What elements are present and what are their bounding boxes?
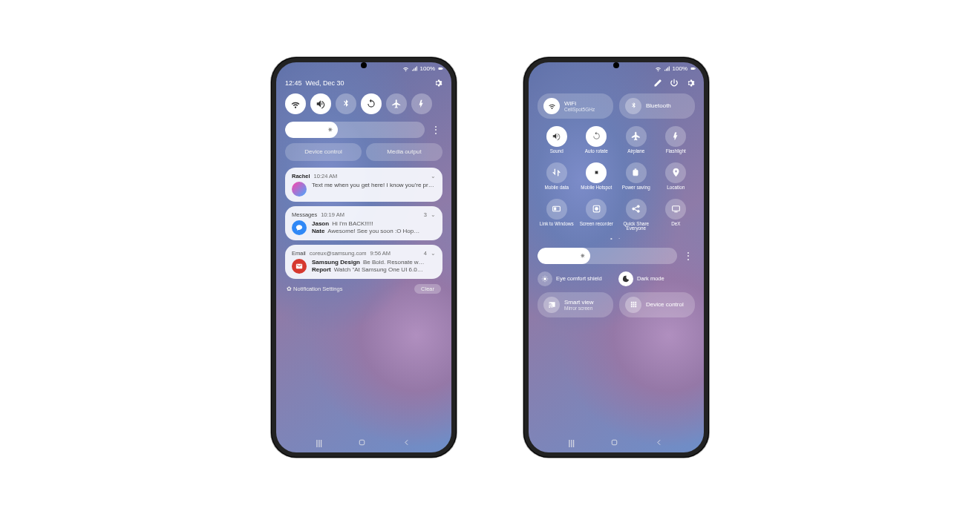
sound-toggle[interactable]: Sound [538, 126, 576, 159]
sound-toggle[interactable] [310, 93, 331, 114]
bluetooth-icon [625, 98, 641, 114]
camera-cutout [613, 62, 619, 68]
airplane-icon [391, 99, 402, 109]
battery-icon [437, 65, 444, 72]
notification-body: Text me when you get here! I know you're… [312, 182, 436, 189]
dex-toggle[interactable]: DeX [657, 199, 696, 232]
rotate-toggle[interactable]: Auto rotate [578, 126, 616, 159]
clock-date: Wed, Dec 30 [306, 79, 344, 87]
notification-card[interactable]: Messages 10:19 AM 3 ⌄ JasonHi I'm BACK!!… [285, 206, 442, 240]
brightness-slider[interactable] [538, 248, 677, 264]
notification-sender: Rachel [292, 173, 310, 179]
power-icon[interactable] [670, 79, 679, 88]
smart-view-tile[interactable]: Smart viewMirror screen [538, 292, 613, 317]
device-control-button[interactable]: Device control [285, 143, 362, 161]
recents-button[interactable]: ||| [316, 438, 323, 447]
svg-rect-11 [442, 68, 443, 70]
notification-card[interactable]: Email coreux@samsung.com 9:56 AM 4 ⌄ Sam… [285, 245, 442, 279]
page-indicator: • · [529, 234, 704, 243]
quick-toggle-row [276, 90, 451, 117]
airplane-icon [626, 126, 647, 147]
svg-rect-10 [439, 67, 442, 70]
bluetooth-toggle[interactable] [336, 93, 356, 114]
sound-icon [316, 99, 326, 109]
back-button[interactable] [654, 438, 664, 447]
sound-icon [546, 126, 567, 147]
nav-bar: ||| [276, 433, 451, 452]
airplane-toggle[interactable]: Airplane [617, 126, 656, 159]
eye-comfort-toggle[interactable]: Eye comfort shield [538, 271, 614, 286]
chevron-down-icon[interactable]: ⌄ [431, 211, 436, 218]
notification-app: Messages [292, 211, 317, 218]
recents-button[interactable]: ||| [569, 438, 575, 447]
message-sender: Report [312, 266, 331, 274]
avatar [292, 182, 307, 197]
location-toggle[interactable]: Location [657, 162, 696, 196]
linkwin-toggle[interactable]: Link to Windows [538, 199, 576, 232]
home-button[interactable] [357, 438, 367, 447]
mobiledata-toggle[interactable]: Mobile data [538, 162, 576, 196]
wifi-icon [290, 99, 301, 109]
battery-text: 100% [420, 65, 435, 72]
device-control-tile[interactable]: Device control [619, 292, 695, 317]
brightness-menu-icon[interactable]: ⋮ [429, 123, 442, 136]
clock-time: 12:45 [285, 79, 302, 87]
grid-icon [625, 297, 641, 313]
signal-icon [411, 65, 418, 72]
message-sender: Samsung Design [312, 259, 360, 266]
powersave-toggle[interactable]: Power saving [617, 162, 656, 196]
dark-mode-toggle[interactable]: Dark mode [618, 271, 695, 286]
message-preview: Be Bold. Resonate w… [363, 259, 436, 266]
rotate-icon [586, 126, 607, 147]
home-button[interactable] [610, 438, 619, 447]
flashlight-toggle[interactable] [411, 93, 432, 114]
wifi-icon [402, 65, 409, 72]
camera-cutout [361, 62, 367, 68]
messages-icon [292, 220, 307, 235]
notification-time: 10:24 AM [314, 173, 338, 179]
brightness-menu-icon[interactable]: ⋮ [682, 249, 695, 263]
quickshare-icon [626, 199, 647, 220]
brightness-slider[interactable] [285, 122, 425, 138]
chevron-down-icon[interactable]: ⌄ [431, 250, 436, 257]
notification-card[interactable]: Rachel 10:24 AM ⌄ Text me when you get h… [285, 168, 442, 202]
media-output-button[interactable]: Media output [366, 143, 442, 161]
gear-icon[interactable] [686, 79, 695, 88]
rotate-toggle[interactable] [361, 93, 382, 114]
email-icon [292, 259, 307, 274]
flashlight-icon [416, 99, 427, 109]
svg-rect-12 [360, 440, 365, 445]
mobiledata-icon [546, 162, 567, 183]
powersave-icon [626, 162, 647, 183]
notification-count: 4 [424, 250, 427, 257]
sun-icon [538, 271, 552, 286]
notification-app: Email [292, 250, 306, 257]
airplane-toggle[interactable] [386, 93, 407, 114]
bluetooth-icon [341, 99, 351, 109]
signal-icon [664, 65, 670, 72]
wifi-tile[interactable]: WiFiCellSpot5GHz [538, 93, 613, 119]
moon-icon [618, 271, 633, 286]
phone-right: 100% WiFiCellSpot5GHz Bluetooth SoundAut… [523, 57, 709, 458]
svg-rect-13 [691, 67, 695, 70]
flashlight-toggle[interactable]: Flashlight [657, 126, 696, 159]
svg-rect-15 [612, 440, 618, 445]
nav-bar: ||| [529, 433, 704, 452]
back-button[interactable] [402, 438, 411, 447]
wifi-icon [543, 98, 560, 114]
notification-count: 3 [424, 211, 427, 218]
notification-settings-link[interactable]: ✿ Notification Settings [287, 286, 342, 292]
clear-button[interactable]: Clear [414, 284, 441, 294]
screenrec-toggle[interactable]: Screen recorder [578, 199, 616, 232]
chevron-down-icon[interactable]: ⌄ [431, 173, 436, 179]
dex-icon [665, 199, 686, 220]
hotspot-toggle[interactable]: Mobile Hotspot [578, 162, 616, 196]
pencil-icon[interactable] [653, 79, 662, 88]
svg-rect-14 [695, 68, 696, 70]
quickshare-toggle[interactable]: Quick Share Everyone [617, 199, 656, 232]
gear-icon[interactable] [434, 79, 442, 88]
flashlight-icon [665, 126, 686, 147]
bluetooth-tile[interactable]: Bluetooth [619, 93, 695, 119]
message-sender: Nate [312, 228, 324, 235]
wifi-toggle[interactable] [285, 93, 306, 114]
